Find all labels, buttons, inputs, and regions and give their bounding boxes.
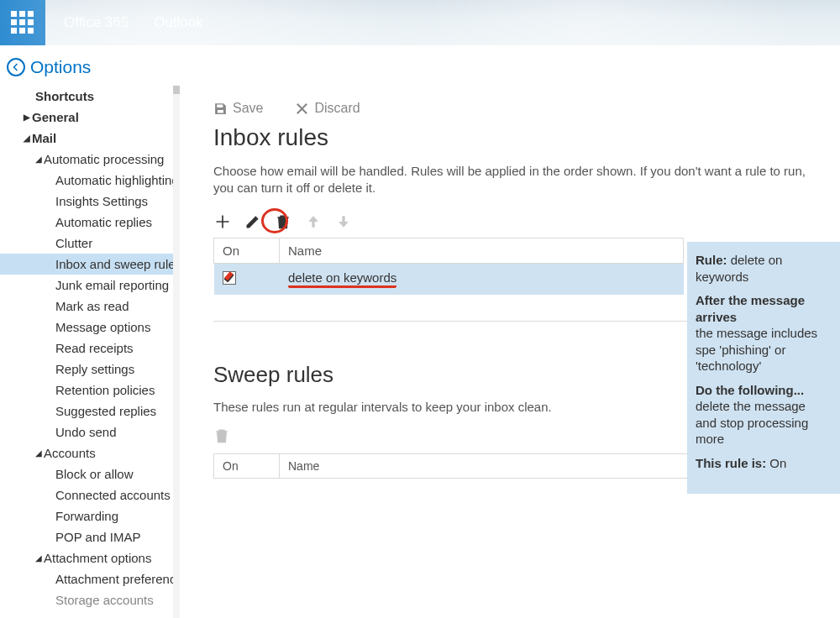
detail-status-label: This rule is: xyxy=(696,456,766,470)
arrow-down-icon xyxy=(335,213,352,230)
sidebar-shortcuts[interactable]: Shortcuts xyxy=(0,86,175,107)
sidebar: Shortcuts ▶General ◢Mail ◢Automatic proc… xyxy=(0,86,180,618)
brand-outlook[interactable]: Outlook xyxy=(154,14,203,31)
col-name: Name xyxy=(280,238,684,263)
col-on: On xyxy=(214,238,280,263)
sidebar-item-retention[interactable]: Retention policies xyxy=(0,380,175,401)
sidebar-item-suggested-replies[interactable]: Suggested replies xyxy=(0,401,175,422)
inbox-rules-table: On Name delete on keywords xyxy=(213,238,684,296)
add-rule-button[interactable] xyxy=(213,212,232,231)
app-launcher-button[interactable] xyxy=(0,0,45,45)
sidebar-accounts-label: Accounts xyxy=(44,446,96,460)
sidebar-item-block-allow[interactable]: Block or allow xyxy=(0,464,175,484)
save-button[interactable]: Save xyxy=(213,101,263,116)
sidebar-accounts[interactable]: ◢Accounts xyxy=(0,443,175,464)
move-up-button[interactable] xyxy=(304,212,323,231)
sidebar-item-read-receipts[interactable]: Read receipts xyxy=(0,338,175,359)
sidebar-item-attachment-pref[interactable]: Attachment preference xyxy=(0,568,175,589)
back-button[interactable] xyxy=(7,58,25,76)
inbox-rules-title: Inbox rules xyxy=(213,124,840,151)
waffle-icon xyxy=(11,11,34,34)
sidebar-item-reply-settings[interactable]: Reply settings xyxy=(0,359,175,380)
trash-icon xyxy=(213,427,230,444)
discard-label: Discard xyxy=(314,101,360,116)
caret-down-icon: ◢ xyxy=(35,154,42,164)
sidebar-item-mark-read[interactable]: Mark as read xyxy=(0,296,175,317)
detail-do-body1: delete the message xyxy=(696,399,806,413)
sidebar-item-auto-replies[interactable]: Automatic replies xyxy=(0,212,175,233)
delete-rule-button[interactable] xyxy=(274,212,292,231)
sidebar-general[interactable]: ▶General xyxy=(0,107,175,128)
detail-do-body2: and stop processing more xyxy=(696,416,808,447)
sidebar-general-label: General xyxy=(32,110,79,124)
sidebar-item-storage-accounts[interactable]: Storage accounts xyxy=(0,589,175,610)
detail-do-label: Do the following... xyxy=(696,383,804,397)
caret-down-icon: ◢ xyxy=(24,134,30,143)
sidebar-item-undo-send[interactable]: Undo send xyxy=(0,422,175,443)
sidebar-auto-processing[interactable]: ◢Automatic processing xyxy=(0,149,175,170)
arrow-left-icon xyxy=(11,62,21,72)
rule-detail-panel: Rule: delete on keywords After the messa… xyxy=(687,242,840,494)
sidebar-item-inbox-rules[interactable]: Inbox and sweep rules xyxy=(0,254,175,275)
rule-row[interactable]: delete on keywords xyxy=(214,263,684,295)
sidebar-scrollbar-thumb[interactable] xyxy=(173,86,180,94)
options-title: Options xyxy=(30,57,91,77)
arrow-up-icon xyxy=(305,213,322,230)
close-icon xyxy=(295,102,309,116)
detail-rule-label: Rule: xyxy=(696,253,727,267)
sidebar-item-insights[interactable]: Insights Settings xyxy=(0,191,175,212)
sidebar-mail[interactable]: ◢Mail xyxy=(0,128,175,149)
options-bar: Options xyxy=(0,45,840,86)
sidebar-attachment-options[interactable]: ◢Attachment options xyxy=(0,547,175,568)
brand-office365[interactable]: Office 365 xyxy=(64,14,129,31)
action-bar: Save Discard xyxy=(213,101,840,116)
caret-right-icon: ▶ xyxy=(24,113,30,122)
delete-sweep-button[interactable] xyxy=(213,427,230,447)
sidebar-auto-processing-label: Automatic processing xyxy=(44,152,164,166)
sidebar-item-message-options[interactable]: Message options xyxy=(0,317,175,338)
inbox-rules-description: Choose how email will be handled. Rules … xyxy=(213,163,818,197)
app-header: Office 365 Outlook xyxy=(0,0,840,45)
trash-icon xyxy=(275,213,291,230)
discard-button[interactable]: Discard xyxy=(295,101,360,116)
sidebar-attachment-label: Attachment options xyxy=(44,551,151,565)
sweep-col-on: On xyxy=(214,453,280,478)
sidebar-mail-label: Mail xyxy=(32,131,56,145)
plus-icon xyxy=(214,213,231,230)
sidebar-item-pop-imap[interactable]: POP and IMAP xyxy=(0,526,175,547)
detail-arrives-label: After the message arrives xyxy=(696,293,805,324)
pencil-icon xyxy=(244,213,261,230)
sidebar-item-auto-highlighting[interactable]: Automatic highlighting xyxy=(0,170,175,191)
content-pane: Save Discard Inbox rules Choose how emai… xyxy=(180,86,840,618)
caret-down-icon: ◢ xyxy=(35,448,42,458)
sidebar-scrollbar[interactable] xyxy=(173,86,180,618)
move-down-button[interactable] xyxy=(334,212,353,231)
detail-arrives-body: the message includes spe 'phishing' or '… xyxy=(696,326,817,373)
detail-status-value: On xyxy=(769,456,786,470)
caret-down-icon: ◢ xyxy=(35,553,42,563)
save-label: Save xyxy=(233,101,263,116)
sidebar-item-connected-accounts[interactable]: Connected accounts xyxy=(0,484,175,505)
sidebar-item-clutter[interactable]: Clutter xyxy=(0,233,175,254)
save-icon xyxy=(213,102,228,116)
rules-toolbar xyxy=(213,212,840,231)
sidebar-item-junk[interactable]: Junk email reporting xyxy=(0,275,175,296)
rule-name: delete on keywords xyxy=(288,270,396,288)
rule-on-checkbox[interactable] xyxy=(223,271,236,285)
sidebar-item-forwarding[interactable]: Forwarding xyxy=(0,505,175,526)
edit-rule-button[interactable] xyxy=(244,212,262,231)
